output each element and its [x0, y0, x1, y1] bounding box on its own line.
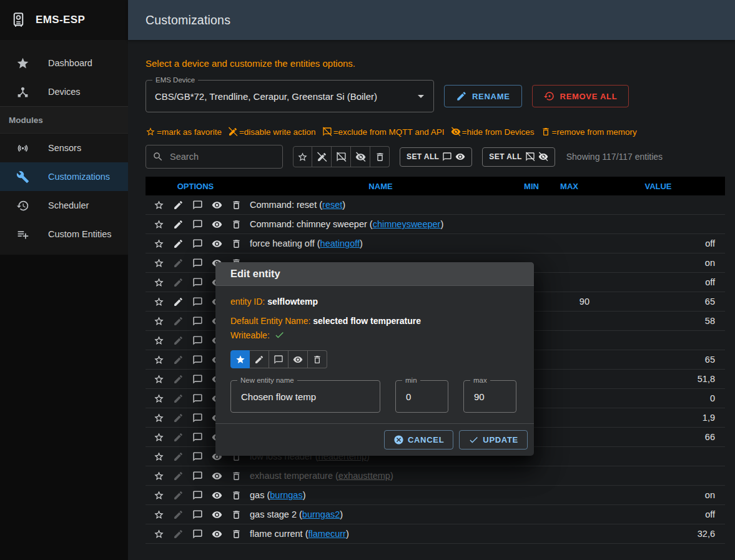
edit-pencil-icon[interactable]	[170, 371, 185, 386]
sidebar-item-dashboard[interactable]: Dashboard	[0, 49, 128, 77]
favorite-star-icon[interactable]	[151, 468, 166, 483]
entity-id-link[interactable]: reset	[322, 200, 342, 210]
visibility-icon[interactable]	[209, 217, 224, 232]
favorite-star-icon[interactable]	[151, 313, 166, 328]
dialog-toggle-comment[interactable]	[269, 350, 289, 368]
mqtt-exclude-icon[interactable]	[190, 449, 205, 464]
dialog-toggle-eye[interactable]	[289, 350, 308, 368]
favorite-star-icon[interactable]	[151, 526, 166, 541]
visibility-icon[interactable]	[209, 197, 224, 212]
visibility-icon[interactable]	[209, 526, 224, 541]
entity-id-link[interactable]: chimneysweeper	[373, 219, 441, 229]
edit-pencil-icon[interactable]	[170, 488, 185, 503]
mqtt-exclude-icon[interactable]	[190, 255, 205, 270]
visibility-icon[interactable]	[209, 507, 224, 522]
min-field[interactable]: min	[395, 380, 448, 413]
visibility-icon[interactable]	[209, 488, 224, 503]
edit-pencil-icon[interactable]	[170, 275, 185, 290]
filter-trash-button[interactable]	[370, 146, 390, 167]
favorite-star-icon[interactable]	[151, 410, 166, 425]
favorite-star-icon[interactable]	[151, 449, 166, 464]
mqtt-exclude-icon[interactable]	[190, 468, 205, 483]
ems-device-select[interactable]: EMS Device CBS/GB*72, Trendline, Cerapur…	[146, 80, 434, 112]
set-all-on-button[interactable]: SET ALL	[400, 147, 472, 167]
mqtt-exclude-icon[interactable]	[190, 430, 205, 445]
sidebar-item-custom-entities[interactable]: Custom Entities	[0, 220, 128, 248]
dialog-toggle-edit[interactable]	[250, 350, 269, 368]
delete-icon[interactable]	[229, 217, 244, 232]
min-input[interactable]	[405, 391, 439, 403]
cancel-button[interactable]: CANCEL	[384, 430, 453, 449]
favorite-star-icon[interactable]	[151, 294, 166, 309]
mqtt-exclude-icon[interactable]	[190, 294, 205, 309]
mqtt-exclude-icon[interactable]	[190, 275, 205, 290]
max-field[interactable]: max	[463, 380, 516, 413]
sidebar-item-scheduler[interactable]: Scheduler	[0, 191, 128, 220]
edit-pencil-icon[interactable]	[170, 294, 185, 309]
mqtt-exclude-icon[interactable]	[190, 313, 205, 328]
visibility-icon[interactable]	[209, 236, 224, 251]
mqtt-exclude-icon[interactable]	[190, 410, 205, 425]
mqtt-exclude-icon[interactable]	[190, 371, 205, 386]
search-input[interactable]	[169, 151, 276, 162]
edit-pencil-icon[interactable]	[170, 333, 185, 348]
favorite-star-icon[interactable]	[151, 430, 166, 445]
remove-all-button[interactable]: REMOVE ALL	[532, 85, 629, 107]
edit-pencil-icon[interactable]	[170, 197, 185, 212]
set-all-off-button[interactable]: SET ALL	[482, 147, 555, 167]
favorite-star-icon[interactable]	[151, 333, 166, 348]
edit-pencil-icon[interactable]	[170, 217, 185, 232]
favorite-star-icon[interactable]	[151, 488, 166, 503]
new-entity-name-input[interactable]	[240, 391, 371, 403]
edit-pencil-icon[interactable]	[170, 352, 185, 367]
new-entity-name-field[interactable]: New entity name	[230, 380, 380, 413]
sidebar-item-customizations[interactable]: Customizations	[0, 162, 128, 191]
filter-star-button[interactable]	[293, 146, 312, 167]
mqtt-exclude-icon[interactable]	[190, 333, 205, 348]
search-field[interactable]	[146, 145, 283, 169]
edit-pencil-icon[interactable]	[170, 410, 185, 425]
mqtt-exclude-icon[interactable]	[190, 488, 205, 503]
filter-comment-off-button[interactable]	[332, 146, 351, 167]
favorite-star-icon[interactable]	[151, 217, 166, 232]
entity-id-link[interactable]: exhausttemp	[338, 471, 390, 481]
delete-icon[interactable]	[229, 488, 244, 503]
filter-edit-off-button[interactable]	[312, 146, 332, 167]
favorite-star-icon[interactable]	[151, 197, 166, 212]
edit-pencil-icon[interactable]	[170, 255, 185, 270]
edit-pencil-icon[interactable]	[170, 391, 185, 406]
entity-id-link[interactable]: heatingoff	[320, 238, 360, 248]
favorite-star-icon[interactable]	[151, 352, 166, 367]
mqtt-exclude-icon[interactable]	[190, 526, 205, 541]
edit-pencil-icon[interactable]	[170, 236, 185, 251]
dialog-toggle-star-filled[interactable]	[230, 350, 250, 368]
mqtt-exclude-icon[interactable]	[190, 352, 205, 367]
delete-icon[interactable]	[229, 236, 244, 251]
favorite-star-icon[interactable]	[151, 507, 166, 522]
delete-icon[interactable]	[229, 197, 244, 212]
edit-pencil-icon[interactable]	[170, 313, 185, 328]
entity-id-link[interactable]: burngas	[270, 490, 302, 500]
dialog-toggle-trash[interactable]	[308, 350, 327, 368]
rename-button[interactable]: RENAME	[444, 85, 522, 107]
delete-icon[interactable]	[229, 468, 244, 483]
update-button[interactable]: UPDATE	[459, 430, 528, 449]
delete-icon[interactable]	[229, 507, 244, 522]
delete-icon[interactable]	[229, 526, 244, 541]
visibility-icon[interactable]	[209, 468, 224, 483]
mqtt-exclude-icon[interactable]	[190, 197, 205, 212]
mqtt-exclude-icon[interactable]	[190, 391, 205, 406]
edit-pencil-icon[interactable]	[170, 468, 185, 483]
mqtt-exclude-icon[interactable]	[190, 217, 205, 232]
favorite-star-icon[interactable]	[151, 236, 166, 251]
entity-id-link[interactable]: flamecurr	[308, 529, 345, 539]
favorite-star-icon[interactable]	[151, 255, 166, 270]
favorite-star-icon[interactable]	[151, 391, 166, 406]
edit-pencil-icon[interactable]	[170, 430, 185, 445]
filter-eye-off-button[interactable]	[351, 146, 370, 167]
edit-pencil-icon[interactable]	[170, 507, 185, 522]
entity-id-link[interactable]: burngas2	[302, 509, 340, 519]
mqtt-exclude-icon[interactable]	[190, 236, 205, 251]
favorite-star-icon[interactable]	[151, 371, 166, 386]
edit-pencil-icon[interactable]	[170, 526, 185, 541]
